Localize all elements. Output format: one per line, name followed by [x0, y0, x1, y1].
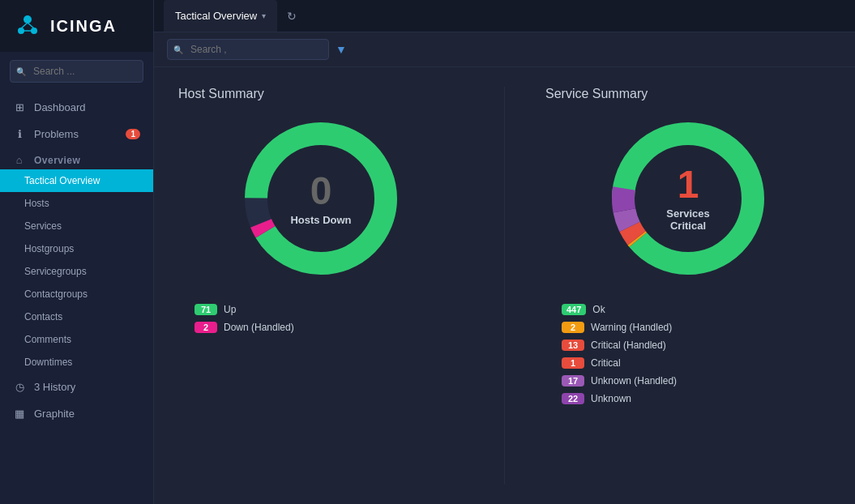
section-divider: [504, 87, 505, 485]
legend-badge-critical: 1: [562, 357, 584, 369]
host-donut-container: 0 Hosts Down: [240, 117, 402, 280]
legend-label-unknown-handled: Unknown (Handled): [591, 375, 677, 387]
sidebar-item-graphite[interactable]: ▦ Graphite: [0, 400, 153, 427]
legend-label-down-handled: Down (Handled): [224, 322, 294, 333]
contacts-label: Contacts: [24, 311, 62, 322]
sidebar-item-contactgroups[interactable]: Contactgroups: [0, 283, 153, 305]
host-center-number: 0: [290, 172, 351, 211]
filter-search-wrap: [167, 39, 329, 60]
legend-item-critical-handled: 13 Critical (Handled): [562, 340, 677, 351]
legend-badge-ok: 447: [562, 304, 586, 315]
filter-search-input[interactable]: [167, 39, 329, 60]
downtimes-label: Downtimes: [24, 357, 72, 368]
legend-item-unknown: 22 Unknown: [562, 393, 677, 404]
sidebar-item-history[interactable]: ◷ 3 History: [0, 374, 153, 400]
sidebar-item-overview-header[interactable]: ⌂ Overview: [0, 147, 153, 169]
sidebar-search-input[interactable]: [10, 60, 143, 83]
service-donut-container: 1 Services Critical: [607, 117, 769, 280]
sidebar-item-hostgroups[interactable]: Hostgroups: [0, 237, 153, 260]
filter-icon[interactable]: ▼: [336, 43, 347, 56]
legend-item-down-handled: 2 Down (Handled): [195, 322, 294, 333]
host-donut-center: 0 Hosts Down: [290, 172, 351, 226]
host-chart-area: 0 Hosts Down 71 Up 2 Down (Handled): [178, 117, 464, 333]
graphite-label: Graphite: [34, 408, 75, 420]
svg-line-4: [28, 23, 34, 28]
content-area: Host Summary 0 Hosts Down: [154, 67, 855, 504]
sidebar-nav: ⊞ Dashboard ℹ Problems 1 ⌂ Overview Tact…: [0, 91, 153, 430]
svg-line-3: [21, 23, 28, 28]
legend-label-up: Up: [224, 304, 236, 315]
legend-item-critical: 1 Critical: [562, 357, 677, 369]
service-center-number: 1: [648, 165, 729, 204]
legend-badge-warning-handled: 2: [562, 322, 584, 333]
overview-icon: ⌂: [13, 154, 26, 166]
history-label: 3 History: [34, 381, 75, 393]
legend-badge-down-handled: 2: [195, 322, 217, 333]
legend-badge-critical-handled: 13: [562, 340, 584, 351]
contactgroups-label: Contactgroups: [24, 288, 88, 300]
service-chart-area: 1 Services Critical 447 Ok 2 Warning (Ha…: [545, 117, 831, 404]
active-tab[interactable]: Tactical Overview ▾: [164, 0, 277, 32]
sidebar-item-hosts[interactable]: Hosts: [0, 192, 153, 215]
sidebar-search-wrap: [10, 60, 143, 83]
topbar: Tactical Overview ▾ ↻: [154, 0, 855, 32]
sidebar-item-label: Problems: [34, 128, 79, 140]
service-donut-center: 1 Services Critical: [648, 165, 729, 232]
host-center-label: Hosts Down: [290, 214, 351, 226]
hosts-label: Hosts: [24, 198, 49, 209]
legend-item-up: 71 Up: [195, 304, 294, 315]
sidebar-item-problems[interactable]: ℹ Problems 1: [0, 121, 153, 147]
sidebar-item-dashboard[interactable]: ⊞ Dashboard: [0, 94, 153, 121]
servicegroups-label: Servicegroups: [24, 266, 87, 277]
legend-item-warning-handled: 2 Warning (Handled): [562, 322, 677, 333]
sidebar-item-label: Dashboard: [34, 101, 86, 113]
host-legend: 71 Up 2 Down (Handled): [195, 304, 294, 333]
tactical-overview-label: Tactical Overview: [24, 175, 100, 186]
logo-text: ICINGA: [50, 17, 117, 36]
sidebar-search-area: [0, 52, 153, 91]
main-content: Tactical Overview ▾ ↻ ▼ Host Summary: [154, 0, 855, 504]
legend-badge-unknown-handled: 17: [562, 375, 584, 387]
legend-label-critical: Critical: [591, 357, 621, 369]
sidebar: ICINGA ⊞ Dashboard ℹ Problems 1 ⌂ Overvi…: [0, 0, 154, 504]
sidebar-item-comments[interactable]: Comments: [0, 328, 153, 351]
legend-label-ok: Ok: [592, 304, 605, 315]
sidebar-item-services[interactable]: Services: [0, 215, 153, 237]
legend-label-unknown: Unknown: [591, 393, 631, 404]
hostgroups-label: Hostgroups: [24, 243, 74, 254]
svg-point-0: [24, 15, 32, 23]
problems-badge: 1: [126, 129, 140, 139]
service-summary-title: Service Summary: [545, 87, 648, 101]
problems-icon: ℹ: [13, 128, 26, 140]
sidebar-item-contacts[interactable]: Contacts: [0, 305, 153, 328]
tab-chevron-icon[interactable]: ▾: [262, 11, 266, 20]
services-label: Services: [24, 220, 62, 232]
service-legend: 447 Ok 2 Warning (Handled) 13 Critical (…: [562, 304, 677, 404]
legend-item-ok: 447 Ok: [562, 304, 677, 315]
dashboard-icon: ⊞: [13, 101, 26, 113]
sidebar-item-tactical-overview[interactable]: Tactical Overview: [0, 169, 153, 192]
host-summary-section: Host Summary 0 Hosts Down: [178, 87, 464, 485]
sidebar-item-downtimes[interactable]: Downtimes: [0, 351, 153, 374]
legend-label-warning-handled: Warning (Handled): [591, 322, 672, 333]
legend-badge-unknown: 22: [562, 393, 584, 404]
comments-label: Comments: [24, 334, 71, 345]
filterbar: ▼: [154, 32, 855, 67]
tab-label: Tactical Overview: [175, 10, 257, 22]
icinga-logo-icon: [13, 11, 42, 41]
graphite-icon: ▦: [13, 408, 26, 420]
legend-item-unknown-handled: 17 Unknown (Handled): [562, 375, 677, 387]
legend-badge-up: 71: [195, 304, 217, 315]
sidebar-item-servicegroups[interactable]: Servicegroups: [0, 260, 153, 283]
service-center-label: Services Critical: [648, 207, 729, 232]
legend-label-critical-handled: Critical (Handled): [591, 340, 666, 351]
sidebar-item-label: Overview: [34, 155, 80, 166]
host-summary-title: Host Summary: [178, 87, 264, 101]
history-icon: ◷: [13, 381, 26, 393]
service-summary-section: Service Summary: [545, 87, 831, 485]
refresh-icon[interactable]: ↻: [287, 10, 297, 23]
logo: ICINGA: [0, 0, 153, 52]
